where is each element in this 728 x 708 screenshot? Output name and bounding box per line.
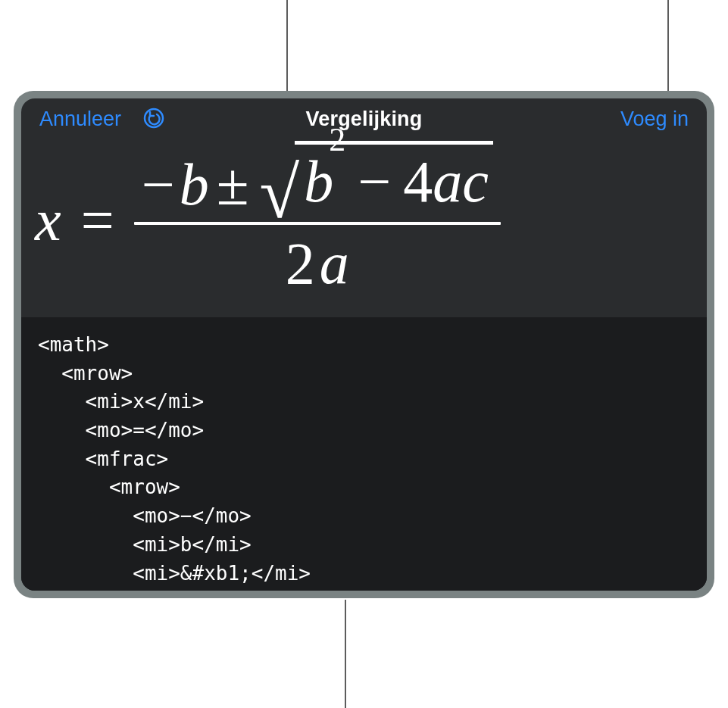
equation-editor: Annuleer Vergelijking Voeg in (21, 98, 707, 591)
equation-preview: x = − b ± √ b2 − (21, 139, 707, 317)
eq-variable-x: x (35, 191, 61, 250)
insert-button[interactable]: Voeg in (617, 106, 692, 133)
eq-numerator: − b ± √ b2 − 4ac (134, 144, 501, 214)
eq-b: b (180, 155, 209, 214)
radical-icon: √ (259, 167, 299, 219)
undo-button[interactable] (141, 106, 167, 132)
eq-radicand: b2 − 4ac (295, 141, 493, 211)
eq-sqrt: √ b2 − 4ac (259, 144, 492, 214)
rendered-equation: x = − b ± √ b2 − (35, 144, 693, 296)
callout-line-top-right (667, 0, 669, 100)
equation-editor-panel: Annuleer Vergelijking Voeg in (14, 91, 714, 598)
eq-neg: − (142, 155, 175, 214)
eq-equals: = (81, 191, 114, 250)
fraction-bar (134, 222, 501, 225)
eq-a: a (433, 148, 462, 214)
eq-c: c (462, 148, 489, 214)
eq-minus2: − (358, 152, 391, 211)
eq-denominator: 2a (278, 234, 357, 296)
undo-icon (142, 107, 165, 132)
eq-pm: ± (217, 155, 249, 214)
eq-b2-base: b (304, 148, 333, 214)
eq-a2: a (320, 234, 349, 293)
panel-title: Vergelijking (306, 108, 423, 131)
callout-line-bottom (345, 600, 346, 708)
eq-two: 2 (286, 234, 315, 293)
cancel-button[interactable]: Annuleer (36, 106, 124, 133)
eq-b2-exp: 2 (329, 121, 345, 158)
eq-fraction: − b ± √ b2 − 4ac (134, 144, 501, 296)
mathml-source-editor[interactable]: <math> <mrow> <mi>x</mi> <mo>=</mo> <mfr… (21, 317, 707, 591)
header-bar: Annuleer Vergelijking Voeg in (21, 98, 707, 139)
eq-four: 4 (403, 148, 433, 214)
